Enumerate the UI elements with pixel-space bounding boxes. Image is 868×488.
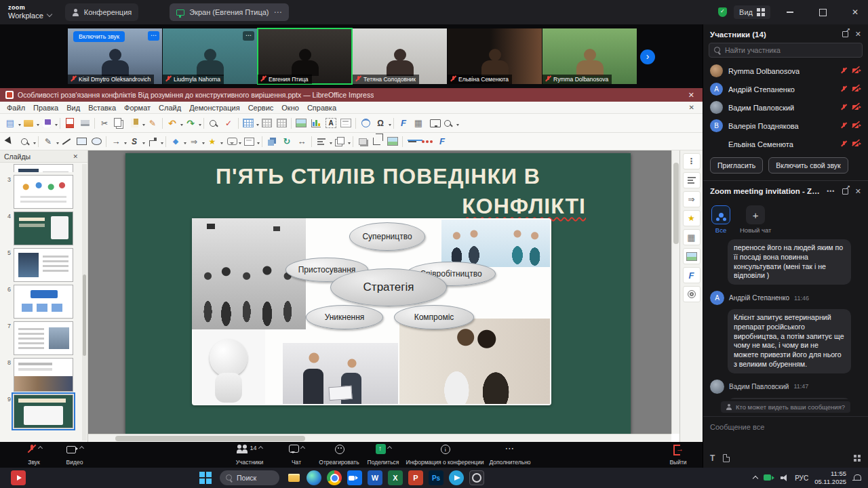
select-tool-icon[interactable] xyxy=(3,135,18,148)
search-input[interactable] xyxy=(725,46,857,54)
save-icon[interactable] xyxy=(39,117,54,130)
special-character-icon[interactable] xyxy=(373,117,388,130)
taskbar-clock[interactable]: 11:55 05.11.2025 xyxy=(814,470,846,486)
chevron-down-icon[interactable] xyxy=(47,12,52,17)
ellipse-tool-icon[interactable] xyxy=(89,135,104,148)
insert-chart-icon[interactable] xyxy=(309,117,323,130)
leave-button[interactable]: Выйти xyxy=(659,444,697,466)
fontwork-text-icon[interactable] xyxy=(435,135,450,148)
slide-thumbnail-row-3[interactable]: 3 xyxy=(1,175,81,209)
chevron-up-icon[interactable] xyxy=(258,446,262,451)
insert-image-icon[interactable] xyxy=(294,117,309,130)
slide-thumbnail-row-5[interactable]: 5 xyxy=(1,248,81,282)
sidebar-master-slides-icon[interactable] xyxy=(683,229,701,245)
slide-thumbnail[interactable] xyxy=(14,321,73,355)
language-indicator[interactable]: РУС xyxy=(795,474,808,482)
minimize-button[interactable] xyxy=(777,0,803,24)
windows-start-icon[interactable] xyxy=(198,470,213,485)
share-button[interactable]: Поделиться xyxy=(361,444,406,466)
format-text-icon[interactable]: T xyxy=(710,453,715,463)
tray-expand-icon[interactable] xyxy=(753,476,758,481)
security-shield-icon[interactable] xyxy=(718,7,727,17)
tab-options-icon[interactable]: ⋯ xyxy=(273,7,282,17)
export-pdf-icon[interactable] xyxy=(62,117,77,130)
chat-message-bubble[interactable]: переносе його на людей яким по її посаді… xyxy=(728,239,851,285)
participants-button[interactable]: 14 Участники xyxy=(224,444,275,466)
sidebar-navigator-icon[interactable] xyxy=(683,286,701,302)
chevron-up-icon[interactable] xyxy=(300,446,304,451)
glue-points-icon[interactable] xyxy=(420,135,435,148)
slide-canvas[interactable]: П'ЯТЬ СТИЛІВ ПОВЕДІНКИ В КОНФЛІКТІ Супер… xyxy=(88,150,671,434)
zoom-pan-icon[interactable] xyxy=(18,135,33,148)
insert-line-icon[interactable] xyxy=(59,135,74,148)
new-chat-icon[interactable]: + xyxy=(746,205,765,224)
chevron-up-icon[interactable] xyxy=(387,446,391,451)
sidebar-styles-icon[interactable] xyxy=(683,267,701,283)
rectangle-tool-icon[interactable] xyxy=(74,135,89,148)
chat-messages[interactable]: переносе його на людей яким по її посаді… xyxy=(703,237,868,399)
zoom-icon[interactable] xyxy=(441,117,456,130)
window-close-icon[interactable]: ✕ xyxy=(686,91,697,100)
participant-row-valeriia[interactable]: В Валерія Позднякова xyxy=(703,117,868,135)
stars-banners-icon[interactable] xyxy=(205,135,220,148)
participant-row-vadym[interactable]: Вадим Павловский xyxy=(703,98,868,117)
ask-unmute-button[interactable]: Включить звук xyxy=(73,31,125,42)
slide-thumbnail-row-4[interactable]: 4 xyxy=(1,211,81,245)
notifications-icon[interactable] xyxy=(852,474,861,483)
copy-icon[interactable] xyxy=(112,117,127,130)
slide-thumbnail[interactable] xyxy=(14,285,73,319)
curve-tool-icon[interactable] xyxy=(127,135,142,148)
close-panel-icon[interactable]: ✕ xyxy=(855,30,861,39)
current-slide[interactable]: П'ЯТЬ СТИЛІВ ПОВЕДІНКИ В КОНФЛІКТІ Супер… xyxy=(125,153,631,434)
telegram-icon[interactable] xyxy=(449,470,464,485)
sidebar-transitions-icon[interactable] xyxy=(683,191,701,207)
slide-thumbnail-row[interactable] xyxy=(1,164,81,172)
undo-icon[interactable] xyxy=(165,117,180,130)
file-explorer-icon[interactable] xyxy=(286,470,301,485)
photoshop-icon[interactable]: Ps xyxy=(429,470,443,485)
meeting-info-button[interactable]: Информация о конференции xyxy=(404,444,486,466)
fontwork-icon[interactable] xyxy=(396,117,411,130)
3d-objects-icon[interactable] xyxy=(264,135,279,148)
powerpoint-icon[interactable]: P xyxy=(408,470,423,485)
video-tile-elvina[interactable]: Ельвіна Семенюта xyxy=(448,28,542,84)
flowchart-shapes-icon[interactable] xyxy=(241,135,256,148)
close-button[interactable] xyxy=(842,0,868,24)
slide-thumbnail[interactable] xyxy=(14,358,73,392)
paste-icon[interactable] xyxy=(127,117,142,130)
tab-screen-share[interactable]: Экран (Евгения Птица) ⋯ xyxy=(170,3,289,21)
slide-thumbnail-row-6[interactable]: 6 xyxy=(1,285,81,319)
participant-row-andrii[interactable]: А Андрій Степаненко xyxy=(703,80,868,98)
cut-icon[interactable] xyxy=(97,117,112,130)
invite-button[interactable]: Пригласить xyxy=(710,157,763,174)
connector-tool-icon[interactable] xyxy=(145,135,160,148)
video-tile-rymma[interactable]: Rymma Dolbanosova xyxy=(542,28,637,84)
impress-titlebar[interactable]: Особливості розв'язання конфліктів Від р… xyxy=(0,88,703,102)
video-button[interactable]: Видео xyxy=(57,444,92,466)
menu-file[interactable]: Файл xyxy=(3,102,29,113)
menu-view[interactable]: Вид xyxy=(62,102,84,113)
more-button[interactable]: ⋯ Дополнительно xyxy=(490,444,530,466)
slide-thumbnail[interactable] xyxy=(14,248,73,282)
rotate-icon[interactable] xyxy=(279,135,294,148)
popout-icon[interactable] xyxy=(842,31,848,37)
chat-input-placeholder[interactable]: Сообщение все xyxy=(710,423,861,431)
menu-tools[interactable]: Сервис xyxy=(244,102,278,113)
shadow-icon[interactable] xyxy=(355,135,370,148)
popout-icon[interactable] xyxy=(842,188,848,195)
apps-grid-icon[interactable] xyxy=(854,455,861,462)
crop-image-icon[interactable] xyxy=(370,135,385,148)
chat-new-chat[interactable]: + Новый чат xyxy=(740,205,771,234)
participant-row-elvina[interactable]: Ельвіна Семенюта xyxy=(703,135,868,153)
slide-thumbnail[interactable] xyxy=(14,164,73,172)
insert-table-icon[interactable] xyxy=(241,117,256,130)
visibility-hint[interactable]: Кто может видеть ваши сообщения? xyxy=(721,401,850,413)
zoom-app-icon[interactable] xyxy=(347,470,362,485)
chat-button[interactable]: Чат xyxy=(283,444,310,466)
header-footer-icon[interactable] xyxy=(338,117,353,130)
taskbar-widget-icon[interactable] xyxy=(11,470,26,485)
spellcheck-icon[interactable] xyxy=(221,117,236,130)
find-replace-icon[interactable] xyxy=(206,117,221,130)
video-tile-liudmyla[interactable]: ⋯ Liudmyla Nahorna xyxy=(163,28,257,84)
menu-insert[interactable]: Вставка xyxy=(84,102,120,113)
